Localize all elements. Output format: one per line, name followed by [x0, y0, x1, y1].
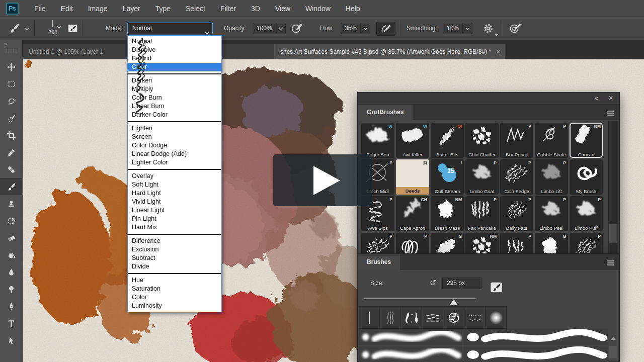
lasso-tool[interactable] [0, 93, 23, 110]
close-tab-icon[interactable]: ✕ [496, 44, 501, 59]
quick-select-tool[interactable] [0, 110, 23, 127]
brush-cancan[interactable]: NMCancan [570, 123, 603, 158]
clone-stamp-tool[interactable] [0, 195, 23, 212]
slider-thumb[interactable] [450, 299, 457, 305]
brush-unnamed[interactable]: G [535, 233, 568, 253]
new-brush-from-tip-icon[interactable] [490, 281, 503, 296]
blend-mode-overlay[interactable]: Overlay [128, 172, 221, 180]
blend-mode-linear-light[interactable]: Linear Light [128, 206, 221, 215]
blend-mode-color-burn[interactable]: Color Burn [128, 94, 221, 102]
blend-mode-subtract[interactable]: Subtract [128, 254, 221, 262]
brush-tip-thin-line[interactable] [359, 306, 380, 329]
slider-track[interactable] [364, 298, 475, 299]
blur-tool[interactable] [0, 263, 23, 281]
soft-stroke-preview[interactable] [359, 329, 462, 345]
opacity-value[interactable]: 100% [253, 23, 276, 34]
blend-mode-multiply[interactable]: Multiply [128, 85, 221, 94]
brush-unnamed[interactable]: P [361, 233, 394, 253]
panel-menu-icon[interactable] [606, 259, 614, 265]
eraser-tool[interactable] [0, 229, 23, 246]
scrollbar-thumb[interactable] [609, 346, 617, 358]
opacity-chevron-icon[interactable] [276, 23, 286, 34]
healing-brush-tool[interactable] [0, 161, 23, 178]
blend-mode-darken[interactable]: Darken [128, 76, 221, 85]
blend-mode-hard-light[interactable]: Hard Light [128, 189, 221, 198]
blend-mode-color[interactable]: Color [128, 293, 221, 302]
brush-tip-fiber-lines[interactable] [380, 306, 401, 329]
blend-mode-luminosity[interactable]: Luminosity [128, 302, 221, 310]
brush-unnamed[interactable]: P [396, 233, 429, 253]
menu-file[interactable]: File [27, 0, 53, 17]
brush-my-brush[interactable]: My Brush [570, 159, 603, 195]
reset-size-icon[interactable]: ↺ [430, 278, 436, 288]
flow-chevron-icon[interactable] [361, 23, 370, 34]
brush-butter-bits[interactable]: OIButter Bits [431, 123, 464, 158]
scroll-up-icon[interactable] [611, 337, 616, 340]
marquee-tool[interactable] [0, 75, 23, 93]
brush-cobble-skate[interactable]: PCobble Skate [535, 123, 568, 158]
history-brush-tool[interactable] [0, 212, 23, 229]
brush-tool[interactable] [0, 178, 23, 195]
panel-menu-icon[interactable] [606, 109, 614, 115]
blend-mode-lighten[interactable]: Lighten [128, 124, 221, 133]
scrollbar-thumb[interactable] [609, 224, 617, 243]
brush-chin-chatter[interactable]: Chin Chatter [465, 123, 499, 158]
blend-mode-color-dodge[interactable]: Color Dodge [128, 141, 221, 150]
menu-filter[interactable]: Filter [213, 0, 244, 17]
toolbar-collapse-icon[interactable]: » [0, 40, 22, 48]
airbrush-toggle-icon[interactable] [376, 22, 395, 36]
blend-mode-darker-color[interactable]: Darker Color [128, 111, 221, 119]
menu-select[interactable]: Select [178, 0, 213, 17]
type-tool[interactable] [0, 315, 23, 332]
paint-bucket-tool[interactable] [0, 246, 23, 263]
toggle-brush-settings-icon[interactable] [67, 23, 78, 34]
brush-limbo-lift[interactable]: PLimbo Lift [535, 159, 568, 195]
brush-size-preview[interactable]: 298 [39, 19, 66, 38]
brush-limbo-peel[interactable]: PLimbo Peel [535, 196, 568, 231]
brush-unnamed[interactable]: P [500, 233, 533, 253]
blend-mode-hue[interactable]: Hue [128, 276, 221, 285]
brush-cape-apron[interactable]: CHCape Apron [396, 196, 429, 231]
document-tab-active[interactable]: shes Art Surfaces Sample #45 B.psd @ 85.… [274, 44, 505, 59]
stroke-list-scrollbar[interactable] [608, 329, 618, 361]
brush-coin-sedge[interactable]: PCoin Sedge [500, 159, 533, 195]
menu-3d[interactable]: 3D [244, 0, 268, 17]
brush-limbo-puff[interactable]: PLimbo Puff [570, 196, 603, 231]
pen-tool[interactable] [0, 298, 23, 315]
blend-mode-divide[interactable]: Divide [128, 262, 221, 271]
brush-preset-icon[interactable] [9, 23, 19, 33]
close-panel-icon[interactable]: ✕ [608, 95, 613, 102]
brush-gulf-stream[interactable]: 15IGulf Stream [431, 159, 464, 195]
brush-tip-dash-texture[interactable] [422, 306, 443, 329]
brush-fax-pancake[interactable]: PFax Pancake [465, 196, 499, 231]
tab-brushes[interactable]: Brushes [358, 254, 400, 270]
smoothing-options-gear-icon[interactable] [483, 23, 494, 34]
brush-daily-fate[interactable]: PDaily Fate [500, 196, 533, 231]
blend-mode-clear[interactable]: Clear [128, 63, 221, 71]
menu-window[interactable]: Window [298, 0, 338, 17]
blend-mode-hard-mix[interactable]: Hard Mix [128, 223, 221, 232]
menu-edit[interactable]: Edit [53, 0, 80, 17]
soft-stroke-preview[interactable] [359, 346, 462, 362]
brush-tip-scatter-blob[interactable] [443, 306, 464, 329]
blend-mode-screen[interactable]: Screen [128, 133, 221, 141]
pressure-opacity-icon[interactable] [291, 23, 303, 34]
brush-tip-soft-round[interactable] [486, 306, 507, 329]
brush-awl-kilter[interactable]: WAwl Kilter [396, 123, 429, 158]
blend-mode-normal[interactable]: Normal [128, 37, 221, 46]
tab-grutbrushes[interactable]: GrutBrushes [358, 105, 413, 120]
blend-mode-behind[interactable]: Behind [128, 54, 221, 63]
hard-stroke-preview[interactable] [463, 329, 608, 345]
pressure-size-icon[interactable] [509, 23, 521, 34]
blend-mode-difference[interactable]: Difference [128, 237, 221, 245]
smoothing-value[interactable]: 10% [443, 23, 463, 34]
collapse-panel-icon[interactable]: « [595, 95, 598, 102]
blend-mode-dissolve[interactable]: Dissolve [128, 46, 221, 54]
brush-limbo-goat[interactable]: PLimbo Goat [465, 159, 499, 195]
menu-help[interactable]: Help [338, 0, 368, 17]
hard-stroke-preview[interactable] [463, 346, 608, 362]
blend-mode-saturation[interactable]: Saturation [128, 285, 221, 293]
brush-unnamed[interactable]: P [570, 233, 603, 253]
crop-tool[interactable] [0, 127, 23, 144]
brush-bor-pencil[interactable]: PBor Pencil [500, 123, 533, 158]
